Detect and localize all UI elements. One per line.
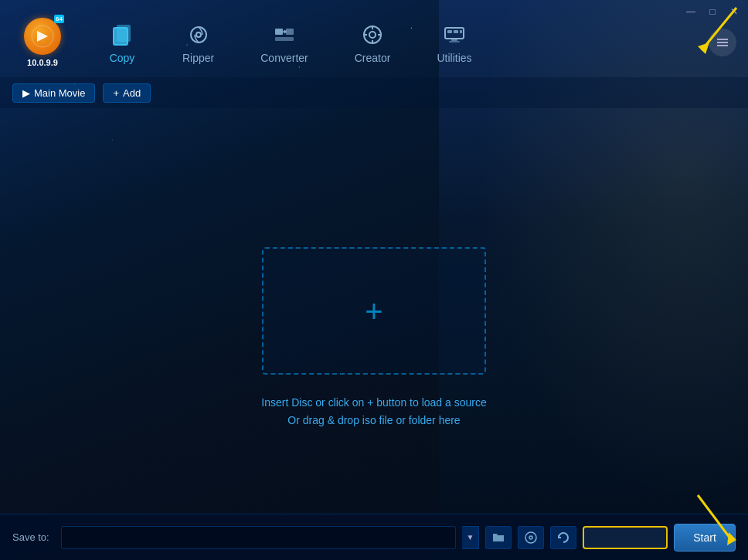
save-to-label: Save to:	[12, 531, 55, 543]
svg-rect-20	[449, 41, 460, 42]
app-logo: 10.0.9.9	[0, 18, 85, 67]
start-button[interactable]: Start	[674, 524, 736, 552]
burn-button[interactable]	[518, 526, 544, 549]
hint-line1: Insert Disc or click on + button to load…	[261, 394, 486, 411]
svg-point-4	[191, 27, 206, 42]
plus-icon: +	[113, 87, 119, 99]
toolbar: ▶ Main Movie + Add	[0, 77, 748, 108]
copy-icon	[108, 21, 136, 49]
app-version: 10.0.9.9	[27, 58, 58, 67]
start-label: Start	[693, 531, 716, 544]
drop-plus-icon: +	[365, 296, 382, 327]
hint-line2: Or drag & drop iso file or folder here	[261, 412, 486, 429]
logo-icon	[24, 18, 61, 55]
bottom-bar: Save to: ▼ Start	[0, 514, 748, 560]
svg-point-10	[369, 32, 376, 38]
svg-rect-8	[275, 37, 294, 41]
nav-creator-label: Creator	[355, 52, 391, 64]
dvdfab-logo-svg	[31, 25, 54, 48]
main-movie-button[interactable]: ▶ Main Movie	[12, 83, 95, 103]
close-button[interactable]: ✕	[723, 2, 745, 21]
refresh-button[interactable]	[550, 526, 576, 549]
svg-rect-16	[447, 30, 452, 33]
svg-rect-19	[451, 39, 457, 41]
save-path-dropdown[interactable]: ▼	[462, 526, 479, 549]
svg-point-25	[529, 536, 532, 539]
add-button[interactable]: + Add	[103, 83, 151, 103]
profile-box[interactable]	[583, 526, 668, 549]
menu-button[interactable]	[709, 29, 736, 56]
nav-ripper-label: Ripper	[182, 52, 214, 64]
converter-icon	[270, 21, 298, 49]
svg-rect-6	[275, 29, 283, 35]
ripper-icon	[185, 21, 212, 49]
maximize-button[interactable]: □	[702, 2, 723, 21]
creator-icon	[359, 21, 386, 49]
nav-copy-label: Copy	[110, 52, 135, 64]
nav-right	[709, 29, 748, 56]
svg-point-5	[196, 32, 201, 37]
svg-rect-17	[454, 30, 458, 33]
minimize-button[interactable]: —	[680, 2, 702, 21]
hint-text: Insert Disc or click on + button to load…	[261, 394, 486, 429]
svg-rect-7	[286, 29, 294, 35]
nav-converter-label: Converter	[260, 52, 308, 64]
svg-point-24	[525, 532, 536, 543]
save-path-input[interactable]	[61, 526, 456, 549]
add-label: Add	[123, 87, 141, 99]
svg-rect-3	[114, 28, 128, 45]
utilities-icon	[440, 21, 468, 49]
main-content: + Insert Disc or click on + button to lo…	[0, 108, 748, 514]
drop-zone[interactable]: +	[262, 247, 486, 375]
play-icon: ▶	[22, 87, 30, 99]
titlebar: — □ ✕	[0, 0, 748, 23]
folder-button[interactable]	[485, 526, 512, 549]
svg-rect-18	[460, 30, 462, 33]
nav-utilities-label: Utilities	[437, 52, 471, 64]
main-movie-label: Main Movie	[34, 87, 85, 99]
